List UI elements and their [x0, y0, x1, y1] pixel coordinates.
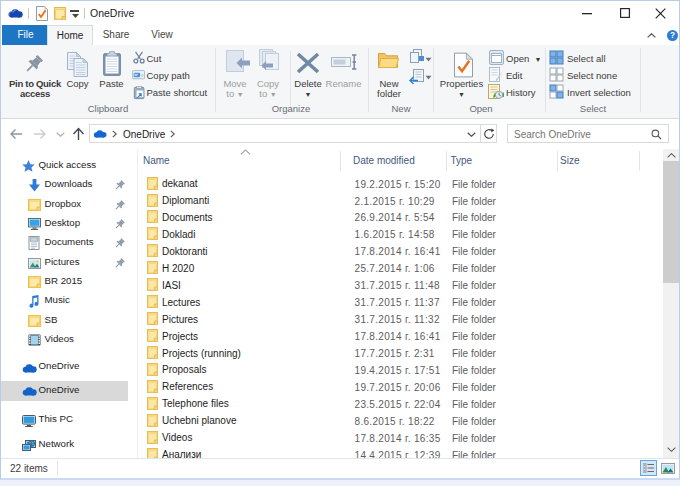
svg-text:?: ?: [669, 31, 674, 40]
